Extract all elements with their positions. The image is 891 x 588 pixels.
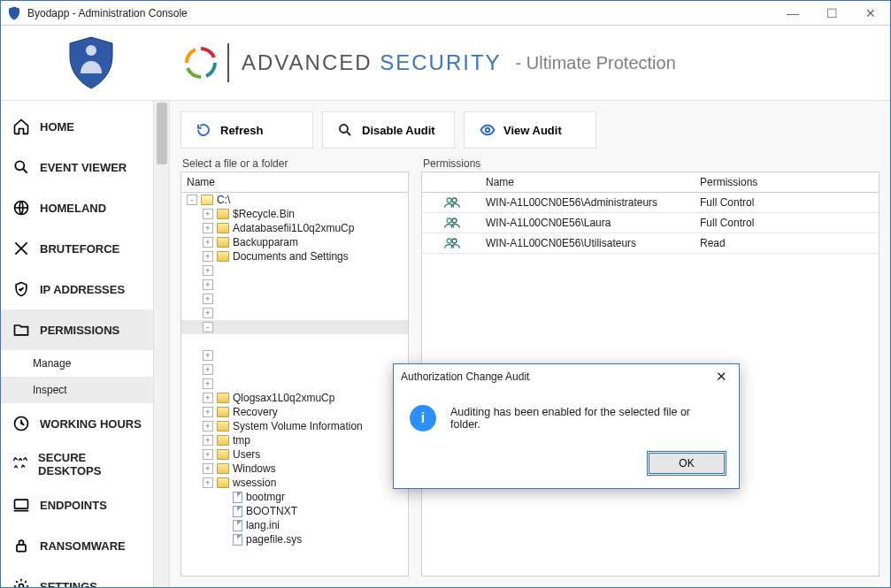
close-button[interactable]: ✕ <box>851 1 890 26</box>
brand-tagline: - Ultimate Protection <box>516 53 676 73</box>
tree-row[interactable]: + <box>181 377 408 391</box>
tree-expander[interactable]: + <box>203 265 213 276</box>
tree-row[interactable]: + <box>181 263 408 278</box>
tree-row[interactable]: +Windows <box>181 462 408 476</box>
sidebar-sub-inspect[interactable]: Inspect <box>1 377 153 403</box>
folder-tree[interactable]: -C:\+$Recycle.Bin+Adatabasefii1L0q2xmuCp… <box>181 193 408 546</box>
tree-row[interactable]: - <box>181 320 408 334</box>
sidebar-item-homeland[interactable]: HOMELAND <box>1 187 153 228</box>
folder-icon <box>217 251 229 262</box>
sidebar-item-endpoints[interactable]: ENDPOINTS <box>1 485 153 525</box>
brand-text: ADVANCED SECURITY <box>242 50 502 75</box>
tree-row[interactable]: +Recovery <box>181 405 408 419</box>
maximize-button[interactable]: ☐ <box>812 1 851 26</box>
tree-row[interactable]: +Users <box>181 447 408 462</box>
tree-expander[interactable]: - <box>187 195 197 205</box>
sidebar-sub-manage[interactable]: Manage <box>1 350 153 377</box>
scroll-thumb[interactable] <box>157 103 167 164</box>
sidebar-item-secure-desktops[interactable]: SECURE DESKTOPS <box>1 444 153 485</box>
tree-row[interactable]: + <box>181 306 408 320</box>
sidebar-scrollbar[interactable] <box>154 101 170 587</box>
tree-label: Backupparam <box>233 236 298 248</box>
tree-row[interactable]: +Adatabasefii1L0q2xmuCp <box>181 221 408 235</box>
refresh-label: Refresh <box>220 124 263 137</box>
tree-expander[interactable]: + <box>203 421 213 431</box>
disable-audit-button[interactable]: Disable Audit <box>322 111 455 149</box>
tree-row[interactable]: +Backupparam <box>181 235 408 249</box>
user-group-icon <box>443 196 457 209</box>
dialog-close-button[interactable]: ✕ <box>710 366 732 387</box>
sidebar-icon <box>12 495 31 515</box>
tree-expander[interactable]: + <box>203 449 213 460</box>
tree-expander[interactable]: + <box>203 477 213 488</box>
eye-icon <box>479 122 495 138</box>
tree-expander[interactable]: + <box>203 364 213 375</box>
permission-row[interactable]: WIN-A1L00CN0E56\UtilisateursRead <box>422 233 879 254</box>
tree-expander[interactable]: + <box>203 294 213 304</box>
sidebar-item-ransomware[interactable]: RANSOMWARE <box>1 525 153 566</box>
tree-expander[interactable]: + <box>203 237 213 248</box>
svg-rect-5 <box>17 545 26 552</box>
shield-logo-icon <box>63 34 119 91</box>
swirl-icon <box>183 45 219 80</box>
tree-row[interactable]: +Documents and Settings <box>181 249 408 263</box>
sidebar-item-label: PERMISSIONS <box>40 324 119 337</box>
tree-label: Qlogsax1L0q2xmuCp <box>233 392 334 404</box>
svg-point-1 <box>15 161 24 170</box>
sidebar: HOMEEVENT VIEWERHOMELANDBRUTEFORCEIP ADD… <box>1 101 154 587</box>
tree-expander[interactable]: + <box>203 393 213 403</box>
brand-word-2: SECURITY <box>380 50 501 74</box>
tree-row[interactable]: pagefile.sys <box>181 532 408 546</box>
sidebar-icon <box>12 414 31 433</box>
tree-expander[interactable]: + <box>203 435 213 446</box>
tree-expander[interactable]: + <box>203 223 213 233</box>
tree-expander[interactable]: + <box>203 251 213 262</box>
tree-row[interactable]: bootmgr <box>181 490 408 504</box>
svg-point-14 <box>452 239 457 243</box>
tree-row[interactable]: BOOTNXT <box>181 504 408 518</box>
folder-icon <box>217 463 229 474</box>
tree-row[interactable]: +wsession <box>181 476 408 490</box>
tree-row[interactable]: +Qlogsax1L0q2xmuCp <box>181 391 408 405</box>
tree-expander[interactable]: + <box>203 308 213 318</box>
svg-point-10 <box>452 198 457 202</box>
sidebar-item-permissions[interactable]: PERMISSIONS <box>1 309 153 350</box>
tree-label: tmp <box>233 434 250 447</box>
sidebar-item-event-viewer[interactable]: EVENT VIEWER <box>1 147 153 187</box>
sidebar-item-home[interactable]: HOME <box>1 106 153 147</box>
tree-row[interactable]: + <box>181 278 408 292</box>
view-audit-button[interactable]: View Audit <box>464 111 596 149</box>
sidebar-item-ip-addresses[interactable]: IP ADDRESSES <box>1 269 153 309</box>
tree-expander[interactable]: - <box>203 322 213 332</box>
dialog-ok-button[interactable]: OK <box>649 453 725 474</box>
tree-row[interactable]: lang.ini <box>181 518 408 532</box>
sidebar-item-working-hours[interactable]: WORKING HOURS <box>1 403 153 444</box>
refresh-button[interactable]: Refresh <box>181 111 313 149</box>
tree-row[interactable]: + <box>181 363 408 377</box>
tree-row[interactable]: +$Recycle.Bin <box>181 207 408 221</box>
minimize-button[interactable]: — <box>773 1 812 26</box>
tree-expander[interactable]: + <box>203 463 213 474</box>
permission-row[interactable]: WIN-A1L00CN0E56\LauraFull Control <box>422 213 879 233</box>
tree-expander[interactable]: + <box>203 407 213 417</box>
tree-row[interactable]: +tmp <box>181 433 408 447</box>
tree-row[interactable]: -C:\ <box>181 193 408 207</box>
tree-expander[interactable]: + <box>203 279 213 290</box>
sidebar-item-bruteforce[interactable]: BRUTEFORCE <box>1 228 153 269</box>
view-audit-label: View Audit <box>503 124 562 137</box>
user-group-icon <box>443 237 457 249</box>
tree-row[interactable]: +System Volume Information <box>181 419 408 433</box>
tree-expander[interactable]: + <box>203 378 213 389</box>
tree-row[interactable]: + <box>181 348 408 363</box>
svg-point-6 <box>19 584 24 588</box>
sidebar-item-settings[interactable]: SETTINGS <box>1 566 153 587</box>
tree-row[interactable]: + <box>181 292 408 306</box>
tree-row[interactable] <box>181 334 408 348</box>
permission-row[interactable]: WIN-A1L00CN0E56\AdministrateursFull Cont… <box>422 193 879 213</box>
sidebar-item-label: HOMELAND <box>40 202 106 215</box>
tree-expander[interactable]: + <box>203 350 213 361</box>
tree-expander[interactable]: + <box>203 209 213 219</box>
user-group-icon <box>443 217 457 229</box>
perm-name: WIN-A1L00CN0E56\Administrateurs <box>479 193 693 212</box>
perm-value: Full Control <box>693 213 879 233</box>
